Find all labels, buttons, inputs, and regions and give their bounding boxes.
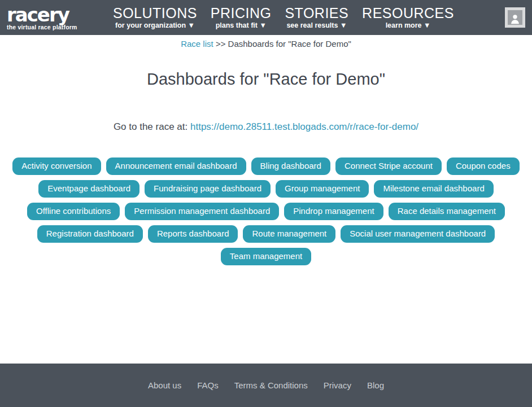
- nav-label: STORIES: [285, 6, 348, 21]
- button-row: Registration dashboard Reports dashboard…: [0, 225, 532, 243]
- bling-dashboard-button[interactable]: Bling dashboard: [251, 157, 330, 175]
- footer-link-privacy[interactable]: Privacy: [324, 380, 351, 390]
- nav-item-solutions[interactable]: SOLUTIONS for your organization ▼: [113, 6, 197, 30]
- breadcrumb: Race list >> Dashboards for "Race for De…: [0, 39, 532, 49]
- group-management-button[interactable]: Group management: [276, 180, 369, 198]
- nav-item-stories[interactable]: STORIES see real results ▼: [285, 6, 348, 30]
- permission-management-dashboard-button[interactable]: Permission management dashboard: [125, 203, 279, 220]
- coupon-codes-button[interactable]: Coupon codes: [447, 157, 520, 175]
- dashboard-button-grid: Activity conversion Announcement email d…: [0, 157, 532, 265]
- logo-tagline: the virtual race platform: [7, 24, 97, 30]
- logo-wordmark: racery: [7, 6, 97, 24]
- announcement-email-dashboard-button[interactable]: Announcement email dashboard: [106, 157, 246, 175]
- connect-stripe-account-button[interactable]: Connect Stripe account: [335, 157, 442, 175]
- race-link-label: Go to the race at:: [114, 121, 187, 132]
- nav-label: PRICING: [211, 6, 272, 21]
- nav-label: RESOURCES: [362, 6, 454, 21]
- button-row: Eventpage dashboard Fundraising page das…: [0, 180, 532, 198]
- page-title: Dashboards for "Race for Demo": [0, 70, 532, 89]
- footer-link-faqs[interactable]: FAQs: [197, 380, 219, 390]
- social-user-management-dashboard-button[interactable]: Social user management dashboard: [341, 225, 495, 243]
- racery-logo[interactable]: racery the virtual race platform: [7, 5, 97, 30]
- registration-dashboard-button[interactable]: Registration dashboard: [37, 225, 143, 243]
- reports-dashboard-button[interactable]: Reports dashboard: [148, 225, 238, 243]
- nav-sublabel: learn more ▼: [362, 21, 454, 29]
- nav-label: SOLUTIONS: [113, 6, 197, 21]
- race-details-management-button[interactable]: Race details management: [389, 203, 505, 220]
- fundraising-page-dashboard-button[interactable]: Fundraising page dashboard: [145, 180, 271, 198]
- nav-sublabel: plans that fit ▼: [211, 21, 272, 29]
- footer-link-terms[interactable]: Terms & Conditions: [234, 380, 308, 390]
- main-nav: SOLUTIONS for your organization ▼ PRICIN…: [97, 6, 470, 30]
- race-link-line: Go to the race at: https://demo.28511.te…: [0, 121, 532, 133]
- breadcrumb-race-list-link[interactable]: Race list: [181, 39, 213, 49]
- eventpage-dashboard-button[interactable]: Eventpage dashboard: [38, 180, 139, 198]
- top-nav-bar: racery the virtual race platform SOLUTIO…: [0, 0, 532, 35]
- pindrop-management-button[interactable]: Pindrop management: [284, 203, 383, 220]
- footer-link-about-us[interactable]: About us: [148, 380, 181, 390]
- button-row: Team management: [0, 248, 532, 265]
- main-content: Race list >> Dashboards for "Race for De…: [0, 35, 532, 364]
- offline-contributions-button[interactable]: Offline contributions: [27, 203, 120, 220]
- nav-item-pricing[interactable]: PRICING plans that fit ▼: [211, 6, 272, 30]
- footer: About us FAQs Terms & Conditions Privacy…: [0, 364, 532, 407]
- button-row: Activity conversion Announcement email d…: [0, 157, 532, 175]
- user-account-button[interactable]: [505, 7, 525, 28]
- page: racery the virtual race platform SOLUTIO…: [0, 0, 532, 407]
- nav-sublabel: see real results ▼: [285, 21, 348, 29]
- user-avatar-icon: [508, 10, 522, 25]
- footer-link-blog[interactable]: Blog: [367, 380, 384, 390]
- nav-sublabel: for your organization ▼: [113, 21, 197, 29]
- button-row: Offline contributions Permission managem…: [0, 203, 532, 220]
- race-url-link[interactable]: https://demo.28511.test.blogads.com/r/ra…: [190, 121, 418, 132]
- route-management-button[interactable]: Route management: [243, 225, 335, 243]
- milestone-email-dashboard-button[interactable]: Milestone email dashboard: [374, 180, 493, 198]
- breadcrumb-current: >> Dashboards for "Race for Demo": [216, 39, 351, 49]
- activity-conversion-button[interactable]: Activity conversion: [12, 157, 101, 175]
- nav-item-resources[interactable]: RESOURCES learn more ▼: [362, 6, 454, 30]
- team-management-button[interactable]: Team management: [221, 248, 311, 265]
